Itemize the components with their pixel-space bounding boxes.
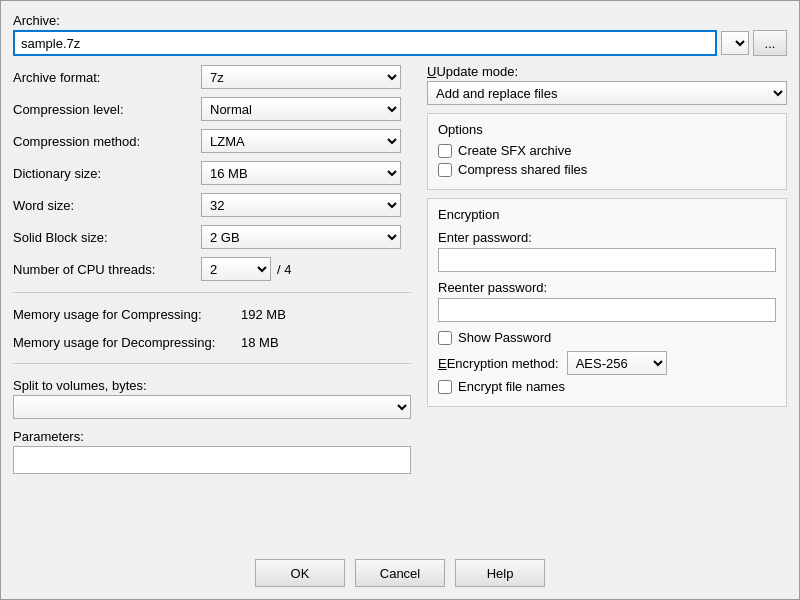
- encryption-method-label: EEncryption method:: [438, 356, 559, 371]
- split-select[interactable]: 1457664 2M 4092M 4481M: [13, 395, 411, 419]
- word-size-label: Word size:: [13, 198, 193, 213]
- word-size-select[interactable]: 8 12 16 24 32 48 64 96 128 256: [201, 193, 401, 217]
- help-button[interactable]: Help: [455, 559, 545, 587]
- compress-shared-checkbox[interactable]: [438, 163, 452, 177]
- archive-dialog: Archive: ... Archive format: 7z zip gzip…: [0, 0, 800, 600]
- memory-compress-label: Memory usage for Compressing:: [13, 307, 233, 322]
- update-mode-label: UUpdate mode:: [427, 64, 787, 79]
- create-sfx-checkbox[interactable]: [438, 144, 452, 158]
- compression-method-row: Compression method: LZMA LZMA2 PPMd BZip…: [13, 128, 411, 154]
- compression-method-label: Compression method:: [13, 134, 193, 149]
- params-label: Parameters:: [13, 429, 411, 444]
- right-panel: UUpdate mode: Add and replace files Upda…: [427, 64, 787, 547]
- create-sfx-label: Create SFX archive: [458, 143, 571, 158]
- word-size-row: Word size: 8 12 16 24 32 48 64 96 128 25…: [13, 192, 411, 218]
- cpu-threads-select[interactable]: 1 2 3 4: [201, 257, 271, 281]
- archive-format-label: Archive format:: [13, 70, 193, 85]
- options-title: Options: [438, 122, 776, 137]
- enter-password-label: Enter password:: [438, 230, 776, 245]
- dictionary-size-row: Dictionary size: 64 KB 1 MB 4 MB 16 MB 6…: [13, 160, 411, 186]
- archive-input[interactable]: [13, 30, 717, 56]
- archive-dropdown[interactable]: [721, 31, 749, 55]
- params-input[interactable]: [13, 446, 411, 474]
- show-password-label: Show Password: [458, 330, 551, 345]
- memory-decompress-value: 18 MB: [241, 335, 279, 350]
- memory-decompress-label: Memory usage for Decompressing:: [13, 335, 233, 350]
- archive-section: Archive: ...: [13, 13, 787, 56]
- show-password-checkbox[interactable]: [438, 331, 452, 345]
- archive-format-row: Archive format: 7z zip gzip tar: [13, 64, 411, 90]
- encryption-title: Encryption: [438, 207, 776, 222]
- encryption-group: Encryption Enter password: Reenter passw…: [427, 198, 787, 407]
- bottom-buttons: OK Cancel Help: [13, 555, 787, 587]
- params-section: Parameters:: [13, 425, 411, 474]
- ok-button[interactable]: OK: [255, 559, 345, 587]
- update-mode-section: UUpdate mode: Add and replace files Upda…: [427, 64, 787, 105]
- dictionary-size-label: Dictionary size:: [13, 166, 193, 181]
- memory-compress-row: Memory usage for Compressing: 192 MB: [13, 303, 411, 325]
- show-password-row: Show Password: [438, 330, 776, 345]
- memory-compress-value: 192 MB: [241, 307, 286, 322]
- compress-shared-row: Compress shared files: [438, 162, 776, 177]
- cpu-threads-max: / 4: [277, 262, 291, 277]
- encrypt-names-row: Encrypt file names: [438, 379, 776, 394]
- reenter-password-input[interactable]: [438, 298, 776, 322]
- encryption-method-row: EEncryption method: AES-256 ZipCrypto: [438, 351, 776, 375]
- compression-level-select[interactable]: Store Fastest Fast Normal Maximum Ultra: [201, 97, 401, 121]
- enter-password-input[interactable]: [438, 248, 776, 272]
- solid-block-row: Solid Block size: Non-solid 1 MB 128 MB …: [13, 224, 411, 250]
- dictionary-size-select[interactable]: 64 KB 1 MB 4 MB 16 MB 64 MB 128 MB: [201, 161, 401, 185]
- left-panel: Archive format: 7z zip gzip tar Compress…: [13, 64, 411, 547]
- solid-block-label: Solid Block size:: [13, 230, 193, 245]
- cancel-button[interactable]: Cancel: [355, 559, 445, 587]
- update-mode-select[interactable]: Add and replace files Update and add fil…: [427, 81, 787, 105]
- split-label: Split to volumes, bytes:: [13, 378, 411, 393]
- compression-level-row: Compression level: Store Fastest Fast No…: [13, 96, 411, 122]
- cpu-threads-row: Number of CPU threads: 1 2 3 4 / 4: [13, 256, 411, 282]
- compress-shared-label: Compress shared files: [458, 162, 587, 177]
- compression-level-label: Compression level:: [13, 102, 193, 117]
- cpu-threads-label: Number of CPU threads:: [13, 262, 193, 277]
- compression-method-select[interactable]: LZMA LZMA2 PPMd BZip2 Deflate: [201, 129, 401, 153]
- encryption-method-select[interactable]: AES-256 ZipCrypto: [567, 351, 667, 375]
- create-sfx-row: Create SFX archive: [438, 143, 776, 158]
- cpu-threads-control: 1 2 3 4 / 4: [201, 257, 291, 281]
- encrypt-names-label: Encrypt file names: [458, 379, 565, 394]
- archive-label: Archive:: [13, 13, 787, 28]
- split-section: Split to volumes, bytes: 1457664 2M 4092…: [13, 374, 411, 419]
- reenter-password-label: Reenter password:: [438, 280, 776, 295]
- browse-button[interactable]: ...: [753, 30, 787, 56]
- encrypt-names-checkbox[interactable]: [438, 380, 452, 394]
- memory-decompress-row: Memory usage for Decompressing: 18 MB: [13, 331, 411, 353]
- archive-format-select[interactable]: 7z zip gzip tar: [201, 65, 401, 89]
- solid-block-select[interactable]: Non-solid 1 MB 128 MB 2 GB 4 GB: [201, 225, 401, 249]
- options-group: Options Create SFX archive Compress shar…: [427, 113, 787, 190]
